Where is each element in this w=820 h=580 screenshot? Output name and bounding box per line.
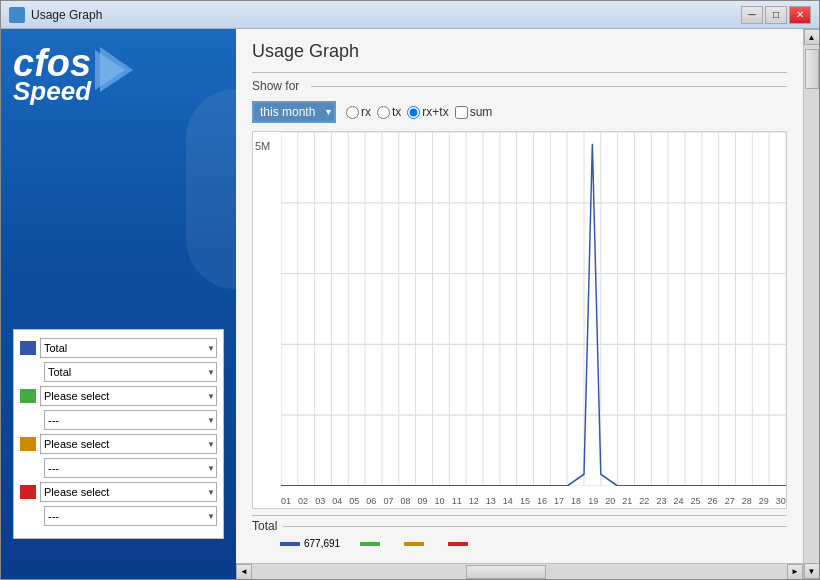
scroll-right-icon: ► xyxy=(791,567,799,576)
legend-select-wrapper-4: Please select ▼ xyxy=(40,482,217,502)
legend-select-2[interactable]: Please select xyxy=(40,386,217,406)
panel-inner: Usage Graph Show for this month last mon… xyxy=(236,29,803,563)
radio-tx-text: tx xyxy=(392,105,401,119)
radio-tx-input[interactable] xyxy=(377,106,390,119)
x-label-26: 26 xyxy=(708,496,718,506)
radio-tx-label[interactable]: tx xyxy=(377,105,401,119)
bottom-color-bar-4 xyxy=(448,542,468,546)
total-label: Total xyxy=(252,519,277,533)
scroll-thumb[interactable] xyxy=(805,49,819,89)
chart-x-axis: 01 02 03 04 05 06 07 08 09 10 11 12 13 1… xyxy=(281,496,786,506)
x-label-02: 02 xyxy=(298,496,308,506)
show-for-label: Show for xyxy=(252,79,299,93)
radio-rxtx-label[interactable]: rx+tx xyxy=(407,105,448,119)
h-scroll-track[interactable] xyxy=(252,565,787,579)
checkbox-sum-label[interactable]: sum xyxy=(455,105,493,119)
close-button[interactable]: ✕ xyxy=(789,6,811,24)
legend-row-2: Please select ▼ xyxy=(20,386,217,406)
month-select-wrapper: this month last month this year last yea… xyxy=(252,101,336,123)
legend-select-1[interactable]: Total xyxy=(40,338,217,358)
month-select[interactable]: this month last month this year last yea… xyxy=(252,101,336,123)
legend-sub-select-3[interactable]: --- xyxy=(44,458,217,478)
controls-row: this month last month this year last yea… xyxy=(252,101,787,123)
scroll-up-icon: ▲ xyxy=(808,33,816,42)
legend-sub-select-1[interactable]: Total xyxy=(44,362,217,382)
legend-row-1: Total ▼ xyxy=(20,338,217,358)
h-scroll-thumb[interactable] xyxy=(466,565,546,579)
x-label-18: 18 xyxy=(571,496,581,506)
x-label-20: 20 xyxy=(605,496,615,506)
bottom-legend-item-1: 677,691 xyxy=(280,538,340,549)
x-label-06: 06 xyxy=(366,496,376,506)
checkbox-sum-input[interactable] xyxy=(455,106,468,119)
total-row: Total xyxy=(252,515,787,536)
chart-y-label: 5M xyxy=(255,140,270,152)
x-label-14: 14 xyxy=(503,496,513,506)
radio-rx-input[interactable] xyxy=(346,106,359,119)
legend-row-4: Please select ▼ xyxy=(20,482,217,502)
scroll-left-button[interactable]: ◄ xyxy=(236,564,252,580)
scroll-right-button[interactable]: ► xyxy=(787,564,803,580)
total-divider xyxy=(283,526,787,527)
legend-subrow-1: Total ▼ xyxy=(20,362,217,382)
legend-select-4[interactable]: Please select xyxy=(40,482,217,502)
legend-color-3 xyxy=(20,437,36,451)
x-label-29: 29 xyxy=(759,496,769,506)
bottom-legend-item-4 xyxy=(448,542,472,546)
legend-select-3[interactable]: Please select xyxy=(40,434,217,454)
show-for-divider xyxy=(311,86,787,87)
radio-rxtx-input[interactable] xyxy=(407,106,420,119)
minimize-button[interactable]: ─ xyxy=(741,6,763,24)
x-label-27: 27 xyxy=(725,496,735,506)
right-scrollbar: ▲ ▼ xyxy=(803,29,819,579)
bottom-color-bar-2 xyxy=(360,542,380,546)
legend-select-wrapper-1: Total ▼ xyxy=(40,338,217,358)
scroll-down-icon: ▼ xyxy=(808,567,816,576)
show-for-section: Show for xyxy=(252,72,787,93)
x-label-13: 13 xyxy=(486,496,496,506)
chart-area: 5M xyxy=(252,131,787,509)
x-label-19: 19 xyxy=(588,496,598,506)
bottom-color-bar-3 xyxy=(404,542,424,546)
legend-subrow-4: --- ▼ xyxy=(20,506,217,526)
legend-sub-select-2[interactable]: --- xyxy=(44,410,217,430)
legend-subrow-3: --- ▼ xyxy=(20,458,217,478)
chart-svg xyxy=(281,132,786,486)
logo-arrow-icon xyxy=(95,42,140,97)
logo-area: cfos Speed xyxy=(13,44,224,104)
bottom-legend-value-1: 677,691 xyxy=(304,538,340,549)
scroll-track[interactable] xyxy=(805,45,819,563)
scroll-down-button[interactable]: ▼ xyxy=(804,563,820,579)
maximize-button[interactable]: □ xyxy=(765,6,787,24)
x-label-04: 04 xyxy=(332,496,342,506)
radio-rx-label[interactable]: rx xyxy=(346,105,371,119)
legend-sub-select-4[interactable]: --- xyxy=(44,506,217,526)
legend-sub-select-wrapper-3: --- ▼ xyxy=(44,458,217,478)
radio-rxtx-text: rx+tx xyxy=(422,105,448,119)
x-label-21: 21 xyxy=(622,496,632,506)
x-label-07: 07 xyxy=(383,496,393,506)
x-label-16: 16 xyxy=(537,496,547,506)
legend-panel: Total ▼ Total ▼ xyxy=(13,329,224,539)
legend-row-3: Please select ▼ xyxy=(20,434,217,454)
app-icon xyxy=(9,7,25,23)
legend-color-1 xyxy=(20,341,36,355)
x-label-10: 10 xyxy=(435,496,445,506)
sidebar-decoration xyxy=(186,89,236,289)
legend-color-4 xyxy=(20,485,36,499)
x-label-17: 17 xyxy=(554,496,564,506)
x-label-23: 23 xyxy=(656,496,666,506)
page-title: Usage Graph xyxy=(252,41,787,62)
checkbox-sum-text: sum xyxy=(470,105,493,119)
legend-sub-select-wrapper-2: --- ▼ xyxy=(44,410,217,430)
bottom-legend-item-3 xyxy=(404,542,428,546)
scroll-up-button[interactable]: ▲ xyxy=(804,29,820,45)
radio-rx-text: rx xyxy=(361,105,371,119)
x-label-09: 09 xyxy=(418,496,428,506)
main-content: cfos Speed Total ▼ xyxy=(1,29,819,579)
legend-subrow-2: --- ▼ xyxy=(20,410,217,430)
titlebar: Usage Graph ─ □ ✕ xyxy=(1,1,819,29)
x-label-24: 24 xyxy=(673,496,683,506)
legend-color-2 xyxy=(20,389,36,403)
radio-group: rx tx rx+tx sum xyxy=(346,105,492,119)
